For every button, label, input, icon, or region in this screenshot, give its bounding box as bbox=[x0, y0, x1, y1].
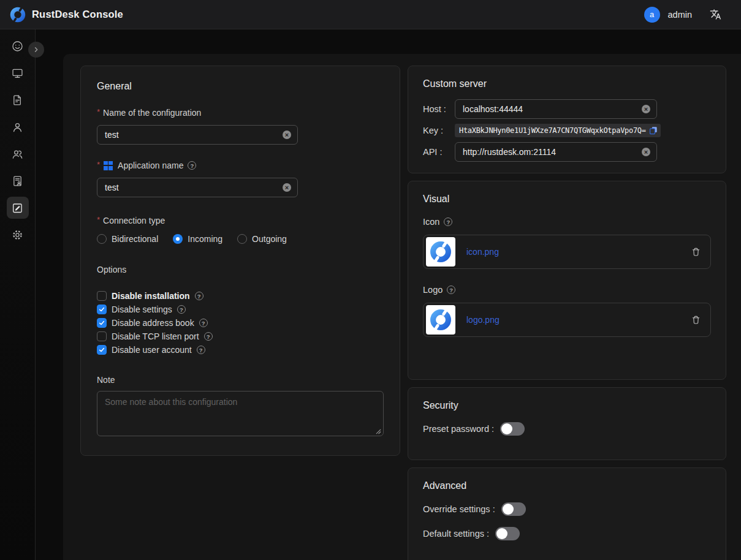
logo-preview-image bbox=[426, 305, 455, 335]
avatar[interactable]: a bbox=[644, 7, 660, 23]
chevron-right-icon bbox=[32, 45, 40, 54]
general-title: General bbox=[97, 81, 384, 92]
help-icon[interactable] bbox=[177, 305, 186, 314]
users-icon bbox=[11, 148, 24, 161]
checkbox[interactable] bbox=[97, 305, 107, 314]
clear-icon[interactable] bbox=[642, 148, 650, 156]
gear-icon bbox=[11, 229, 24, 241]
preset-password-toggle[interactable] bbox=[500, 422, 525, 436]
logo-upload-row: logo.png bbox=[423, 303, 711, 337]
icon-preview-image bbox=[426, 237, 455, 267]
sidebar-item-groups[interactable] bbox=[7, 143, 29, 165]
help-icon[interactable] bbox=[199, 319, 208, 327]
icon-label: Icon bbox=[423, 217, 711, 227]
radio-circle bbox=[173, 234, 183, 244]
app-name-label: * Application name bbox=[97, 161, 384, 170]
option-disable-address-book[interactable]: Disable address book bbox=[97, 316, 384, 330]
logo-label: Logo bbox=[423, 285, 711, 295]
toggle-knob bbox=[503, 504, 514, 515]
preset-password-label: Preset password : bbox=[423, 424, 494, 434]
api-value[interactable] bbox=[463, 147, 638, 157]
sidebar-item-settings[interactable] bbox=[7, 224, 29, 246]
override-settings-label: Override settings : bbox=[423, 504, 495, 514]
api-input[interactable] bbox=[455, 142, 657, 162]
resize-handle[interactable] bbox=[376, 429, 381, 434]
advanced-section: Advanced Override settings : Default set… bbox=[408, 467, 726, 560]
help-icon[interactable] bbox=[204, 332, 213, 341]
app-name-input[interactable] bbox=[97, 178, 298, 197]
main-content: General * Name of the configuration * Ap… bbox=[63, 54, 741, 560]
radio-incoming[interactable]: Incoming bbox=[173, 234, 222, 244]
config-name-input[interactable] bbox=[97, 125, 298, 145]
help-icon[interactable] bbox=[447, 286, 455, 294]
trash-icon[interactable] bbox=[691, 315, 701, 325]
logo-file-link[interactable]: logo.png bbox=[466, 315, 500, 325]
help-icon[interactable] bbox=[195, 292, 203, 300]
checkbox[interactable] bbox=[97, 331, 107, 341]
clear-icon[interactable] bbox=[283, 131, 291, 139]
config-name-value[interactable] bbox=[105, 130, 279, 140]
override-settings-toggle[interactable] bbox=[501, 502, 526, 516]
option-disable-installation[interactable]: Disable installation bbox=[97, 289, 384, 303]
username[interactable]: admin bbox=[668, 10, 693, 20]
required-marker: * bbox=[97, 215, 100, 224]
clear-icon[interactable] bbox=[642, 105, 650, 113]
required-marker: * bbox=[97, 107, 100, 116]
default-settings-label: Default settings : bbox=[423, 529, 489, 539]
option-disable-tcp-listen-port[interactable]: Disable TCP listen port bbox=[97, 330, 384, 343]
sidebar-item-dashboard[interactable] bbox=[7, 35, 29, 57]
key-value[interactable]: HtaXBkJNHyn0e1U1jWXze7A7CN7QTGWqxkOtpaVp… bbox=[455, 124, 661, 137]
custom-server-section: Custom server Host : Key : HtaXBkJNHyn0e… bbox=[408, 66, 726, 173]
note-label: Note bbox=[97, 375, 384, 385]
smiley-icon bbox=[11, 40, 24, 53]
checkbox[interactable] bbox=[97, 291, 107, 301]
radio-circle bbox=[97, 234, 107, 244]
radio-outgoing[interactable]: Outgoing bbox=[237, 234, 287, 244]
copy-icon[interactable] bbox=[649, 126, 658, 135]
trash-icon[interactable] bbox=[691, 247, 701, 257]
key-label: Key : bbox=[423, 126, 455, 135]
api-label: API : bbox=[423, 147, 455, 157]
host-input[interactable] bbox=[455, 99, 657, 119]
translate-icon[interactable] bbox=[710, 9, 721, 20]
help-icon[interactable] bbox=[197, 346, 205, 354]
checkbox[interactable] bbox=[97, 318, 107, 328]
security-section: Security Preset password : bbox=[408, 387, 726, 460]
help-icon[interactable] bbox=[188, 161, 196, 170]
note-textarea[interactable] bbox=[97, 391, 384, 436]
security-title: Security bbox=[423, 400, 711, 411]
help-icon[interactable] bbox=[444, 218, 452, 226]
sidebar-item-users[interactable] bbox=[7, 116, 29, 138]
option-disable-settings[interactable]: Disable settings bbox=[97, 303, 384, 316]
icon-upload-row: icon.png bbox=[423, 235, 711, 269]
checkbox[interactable] bbox=[97, 345, 107, 355]
default-settings-toggle[interactable] bbox=[495, 527, 520, 540]
toggle-knob bbox=[496, 528, 507, 539]
rustdesk-logo-icon bbox=[10, 7, 26, 23]
icon-file-link[interactable]: icon.png bbox=[466, 247, 499, 257]
connection-type-group: Bidirectional Incoming Outgoing bbox=[97, 234, 384, 244]
document-user-icon bbox=[11, 175, 24, 187]
option-disable-user-account[interactable]: Disable user account bbox=[97, 343, 384, 357]
advanced-title: Advanced bbox=[423, 480, 711, 491]
sidebar-item-custom-clients[interactable] bbox=[7, 197, 29, 219]
app-name-value[interactable] bbox=[105, 183, 279, 192]
document-icon bbox=[11, 94, 24, 107]
radio-bidirectional[interactable]: Bidirectional bbox=[97, 234, 158, 244]
general-section: General * Name of the configuration * Ap… bbox=[80, 66, 400, 456]
host-value[interactable] bbox=[463, 104, 638, 114]
sidebar-item-address-books[interactable] bbox=[7, 170, 29, 192]
connection-type-label: * Connection type bbox=[97, 216, 384, 225]
required-marker: * bbox=[97, 160, 100, 169]
edit-square-icon bbox=[11, 202, 24, 214]
app-title: RustDesk Console bbox=[32, 9, 123, 20]
config-name-label: * Name of the configuration bbox=[97, 108, 384, 118]
sidebar-expand-button[interactable] bbox=[28, 42, 44, 58]
sidebar-item-devices[interactable] bbox=[7, 62, 29, 84]
clear-icon[interactable] bbox=[283, 183, 291, 192]
options-label: Options bbox=[97, 265, 384, 274]
monitor-icon bbox=[11, 67, 24, 80]
visual-section: Visual Icon icon.png bbox=[408, 181, 726, 380]
toggle-knob bbox=[501, 423, 512, 434]
sidebar-item-audit[interactable] bbox=[7, 89, 29, 111]
